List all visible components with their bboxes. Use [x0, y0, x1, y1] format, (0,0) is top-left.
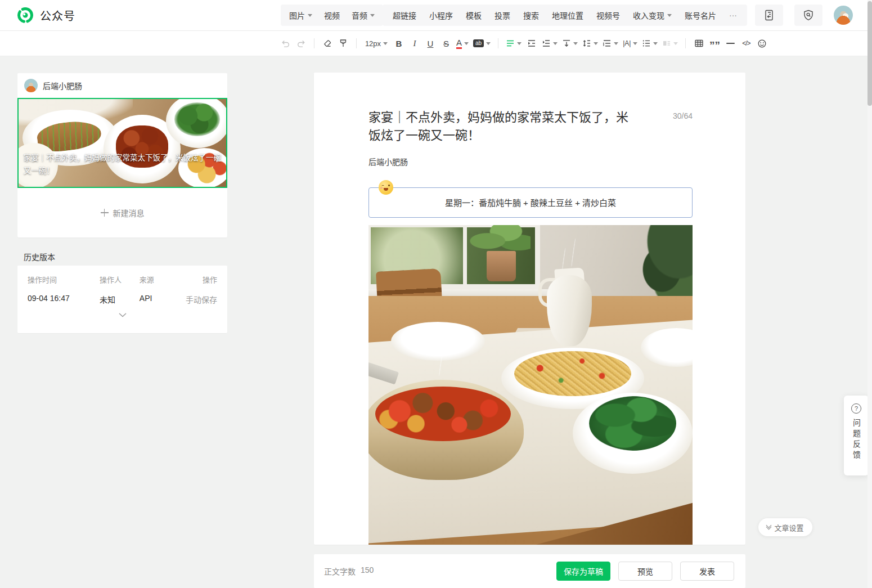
plus-icon [101, 209, 109, 217]
steam [561, 248, 567, 270]
publish-button[interactable]: 发表 [680, 562, 734, 581]
list-button[interactable] [640, 35, 660, 52]
title-char-counter: 30/64 [673, 109, 693, 120]
article-author-input[interactable]: 后端小肥肠 [368, 156, 693, 167]
chevron-down-icon [614, 42, 618, 45]
preview-button[interactable]: 预览 [618, 562, 672, 581]
undo-button[interactable] [277, 35, 293, 52]
menu-video[interactable]: 视频 [324, 10, 340, 21]
font-size-select[interactable]: 12px [362, 35, 391, 52]
menu-hyperlink[interactable]: 超链接 [393, 10, 416, 21]
security-check-icon [802, 9, 815, 21]
history-card: 操作时间 操作人 来源 操作 09-04 16:47 未知 API 手动保存 [17, 266, 227, 333]
word-count-value: 150 [361, 565, 374, 577]
toolbar-divider [314, 38, 314, 48]
menu-template[interactable]: 模板 [466, 10, 482, 21]
chevron-down-icon [464, 42, 469, 45]
article-image[interactable] [368, 225, 693, 545]
line-height-button[interactable] [580, 35, 600, 52]
title-row: 家宴｜不点外卖，妈妈做的家常菜太下饭了，米饭炫了一碗又一碗！ 30/64 [368, 109, 693, 145]
history-time: 09-04 16:47 [28, 294, 100, 305]
question-mark-icon: ? [851, 403, 861, 414]
history-action[interactable]: 手动保存 [172, 294, 217, 305]
menu-account-card[interactable]: 账号名片 [685, 10, 716, 21]
white-pitcher [547, 275, 592, 346]
tomato-beef-stew [375, 387, 511, 442]
menu-image[interactable]: 图片 [289, 10, 312, 21]
smiley-sticker [379, 180, 393, 195]
draft-panel-button[interactable] [755, 5, 783, 26]
vertical-spacing-button[interactable] [560, 35, 580, 52]
message-card: 后端小肥肠 家宴｜不点外卖，妈妈做的家常菜太下饭了，米饭炫了一碗又一碗！ 新建消… [17, 73, 227, 237]
clear-format-button[interactable] [320, 35, 335, 52]
toolbar-divider [685, 38, 686, 48]
page-scrollbar-track [867, 0, 872, 588]
broccoli [174, 102, 220, 136]
article-cover-thumbnail[interactable]: 家宴｜不点外卖，妈妈做的家常菜太下饭了，米饭炫了一碗又一碗！ [17, 98, 227, 188]
menu-channels[interactable]: 视频号 [596, 10, 620, 21]
menu-monetize[interactable]: 收入变现 [633, 10, 672, 21]
chevron-down-icon [673, 42, 678, 45]
menu-box-wrap: 星期一：番茄炖牛腩 + 酸辣土豆丝 + 清炒白菜 [368, 187, 693, 218]
article-settings-button[interactable]: 文章设置 [758, 518, 812, 536]
history-section-title: 历史版本 [24, 251, 55, 262]
plant-leaves [469, 225, 531, 254]
underline-button[interactable]: U [422, 35, 438, 52]
more-menu-button[interactable]: ··· [729, 11, 737, 20]
history-source: API [140, 294, 172, 305]
account-avatar [24, 79, 38, 92]
account-name: 后端小肥肠 [43, 80, 82, 91]
emoticon-button[interactable] [754, 35, 770, 52]
history-header-row: 操作时间 操作人 来源 操作 [28, 274, 217, 285]
italic-button[interactable]: I [407, 35, 422, 52]
article-editor[interactable]: 家宴｜不点外卖，妈妈做的家常菜太下饭了，米饭炫了一碗又一碗！ 30/64 后端小… [314, 73, 745, 545]
menu-location[interactable]: 地理位置 [552, 10, 583, 21]
mp-logo[interactable]: 公众号 [17, 7, 75, 24]
hr-icon [726, 43, 735, 44]
empty-plate [391, 322, 485, 361]
menu-vote[interactable]: 投票 [495, 10, 510, 21]
word-count: 正文字数 150 [324, 565, 374, 577]
article-title-input[interactable]: 家宴｜不点外卖，妈妈做的家常菜太下饭了，米饭炫了一碗又一碗！ [368, 109, 635, 145]
image-align-button[interactable] [660, 35, 680, 52]
menu-search[interactable]: 搜索 [523, 10, 539, 21]
history-operator: 未知 [100, 294, 140, 305]
menu-miniprogram[interactable]: 小程序 [429, 10, 453, 21]
strikethrough-button[interactable]: S [438, 35, 454, 52]
col-operator: 操作人 [100, 274, 140, 285]
toolbar-divider [356, 38, 357, 48]
new-message-button[interactable]: 新建消息 [17, 188, 227, 237]
chevron-down-icon [383, 42, 388, 45]
format-painter-button[interactable] [335, 35, 351, 52]
chevron-down-icon [517, 42, 522, 45]
bold-button[interactable]: B [391, 35, 407, 52]
user-avatar[interactable] [834, 6, 853, 25]
stir-fried-greens [589, 396, 677, 451]
feedback-button[interactable]: ? 问题反馈 [844, 396, 869, 475]
security-check-button[interactable] [794, 5, 822, 26]
wechat-mp-logo-icon [17, 7, 34, 24]
toolbar-divider [498, 38, 498, 48]
highlight-color-button[interactable]: ab [471, 35, 493, 52]
history-expand-button[interactable] [28, 313, 217, 317]
chevron-down-icon [594, 42, 598, 45]
table-button[interactable] [691, 35, 707, 52]
letter-spacing-button[interactable]: |A| [621, 35, 640, 52]
font-color-button[interactable]: A [454, 35, 471, 52]
save-draft-button[interactable]: 保存为草稿 [556, 562, 610, 581]
code-button[interactable]: </> [738, 35, 754, 52]
page-scrollbar-thumb[interactable] [867, 1, 872, 106]
align-button[interactable] [504, 35, 524, 52]
menu-audio[interactable]: 音频 [352, 10, 375, 21]
feedback-label: 问题反馈 [851, 419, 862, 461]
chevron-down-icon [370, 14, 375, 17]
blockquote-button[interactable]: ”” [707, 35, 722, 52]
shredded-potato-dish [514, 351, 631, 396]
horizontal-rule-button[interactable] [722, 35, 738, 52]
col-action: 操作 [172, 274, 217, 285]
spacing-button[interactable] [600, 35, 621, 52]
paragraph-indent-button[interactable] [540, 35, 560, 52]
menu-line-box[interactable]: 星期一：番茄炖牛腩 + 酸辣土豆丝 + 清炒白菜 [368, 187, 693, 218]
indent-button[interactable] [524, 35, 540, 52]
redo-button[interactable] [293, 35, 309, 52]
